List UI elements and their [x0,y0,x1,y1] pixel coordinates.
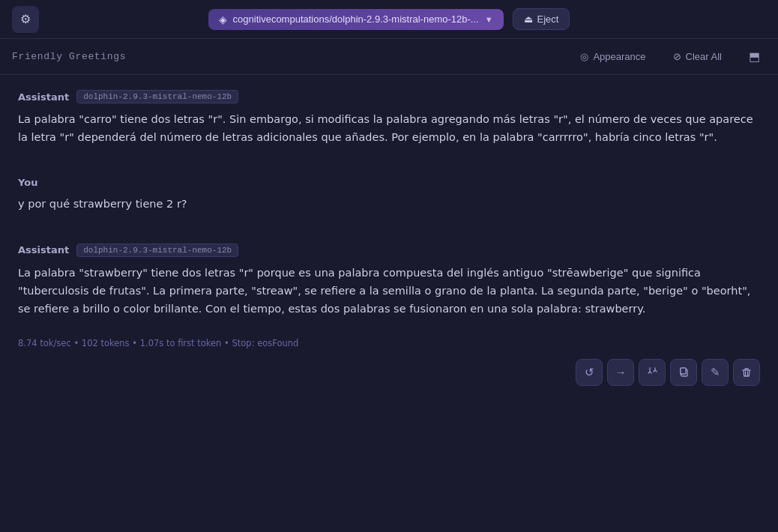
delete-icon [741,367,752,378]
role-label-assistant-2: Assistant [18,244,69,256]
eject-icon: ⏏ [524,13,533,25]
model-name-label: cognitivecomputations/dolphin-2.9.3-mist… [233,13,479,25]
message-header-1: Assistant dolphin-2.9.3-mistral-nemo-12b [18,90,760,103]
branch-button[interactable] [639,359,666,386]
assistant-message-1: Assistant dolphin-2.9.3-mistral-nemo-12b… [18,90,760,147]
appearance-icon: ◎ [580,51,588,62]
model-badge-1: dolphin-2.9.3-mistral-nemo-12b [76,90,238,103]
edit-button[interactable]: ✎ [702,359,729,386]
clear-label: Clear All [686,51,722,62]
settings-button[interactable]: ⚙ [12,6,39,33]
regenerate-button[interactable]: ↺ [576,359,603,386]
clear-icon: ⊘ [673,51,681,62]
nav-bar: Friendly Greetings ◎ Appearance ⊘ Clear … [0,39,778,75]
nav-actions: ◎ Appearance ⊘ Clear All ⬒ [574,46,766,67]
continue-button[interactable]: → [607,359,634,386]
user-message-content: y por qué strawberry tiene 2 r? [18,196,760,214]
model-badge-2: dolphin-2.9.3-mistral-nemo-12b [76,244,238,257]
user-message: You y por qué strawberry tiene 2 r? [18,165,760,226]
top-bar: ⚙ ◈ cognitivecomputations/dolphin-2.9.3-… [0,0,778,39]
appearance-button[interactable]: ◎ Appearance [574,48,651,65]
svg-rect-1 [681,368,686,374]
assistant-message-2: Assistant dolphin-2.9.3-mistral-nemo-12b… [18,244,760,386]
delete-button[interactable] [733,359,760,386]
chat-content: Assistant dolphin-2.9.3-mistral-nemo-12b… [0,75,778,532]
page-title: Friendly Greetings [12,51,126,62]
stats-bar: 8.74 tok/sec • 102 tokens • 1.07s to fir… [18,330,760,348]
export-icon: ⬒ [749,50,760,63]
eject-button[interactable]: ⏏ Eject [513,8,570,30]
role-label-you: You [18,177,760,188]
message-header-2: Assistant dolphin-2.9.3-mistral-nemo-12b [18,244,760,257]
copy-button[interactable] [670,359,697,386]
chevron-down-icon: ▼ [485,15,493,24]
appearance-label: Appearance [593,51,645,62]
settings-icon: ⚙ [20,12,31,26]
action-bar: ↺ → ✎ [18,359,760,386]
model-selector-button[interactable]: ◈ cognitivecomputations/dolphin-2.9.3-mi… [208,9,504,30]
role-label-assistant-1: Assistant [18,91,69,103]
clear-all-button[interactable]: ⊘ Clear All [667,48,728,65]
model-icon: ◈ [219,13,227,25]
message-content-2: La palabra "strawberry" tiene dos letras… [18,265,760,318]
message-content-1: La palabra "carro" tiene dos letras "r".… [18,111,760,147]
export-button[interactable]: ⬒ [743,46,766,67]
eject-label: Eject [537,13,559,25]
branch-icon [647,366,658,378]
copy-icon [678,366,690,378]
